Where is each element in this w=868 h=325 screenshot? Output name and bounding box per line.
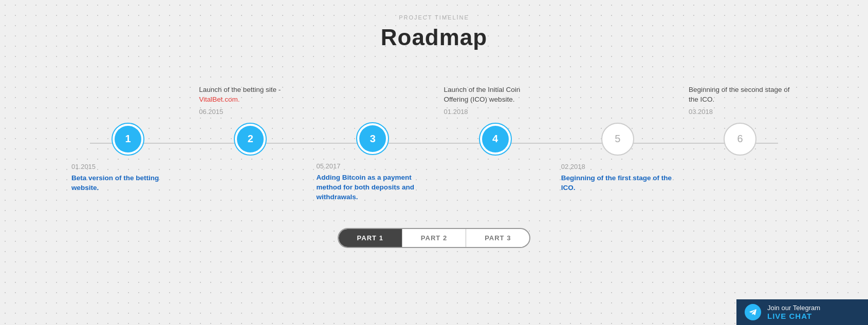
part-btn-group: PART 1 PART 2 PART 3 xyxy=(338,228,531,248)
timeline-node-1: 1 01.2015 Beta version of the betting we… xyxy=(67,77,189,202)
timeline-node-5: 5 02.2018 Beginning of the first stage o… xyxy=(557,77,679,202)
node-2-date-above: 06.2015 xyxy=(199,108,223,116)
telegram-icon xyxy=(745,304,761,320)
node-5-below: 02.2018 Beginning of the first stage of … xyxy=(561,156,674,202)
node-6-desc-above: Beginning of the second stage of the ICO… xyxy=(689,85,791,105)
node-2-below xyxy=(194,156,307,202)
telegram-svg xyxy=(748,308,758,317)
timeline-node-6: Beginning of the second stage of the ICO… xyxy=(679,77,801,202)
node-1-desc: Beta version of the betting website. xyxy=(71,174,184,193)
node-2-desc-above: Launch of the betting site - VitalBet.co… xyxy=(199,85,302,105)
node-1-inner: 1 xyxy=(115,126,141,152)
node-6-inner: 6 xyxy=(727,126,753,152)
node-3-date: 05.2017 xyxy=(316,162,340,170)
node-6-circle-wrapper: 6 xyxy=(724,123,756,156)
part-2-button[interactable]: PART 2 xyxy=(402,229,466,247)
node-4-date-above: 01.2018 xyxy=(444,108,468,116)
timeline-node-4: Launch of the Initial Coin Offering (ICO… xyxy=(434,77,557,202)
page-container: PROJECT TIMELINE Roadmap 1 01.2015 Beta … xyxy=(0,0,868,325)
node-1-circle-wrapper: 1 xyxy=(112,123,144,156)
timeline-node-2: Launch of the betting site - VitalBet.co… xyxy=(189,77,311,202)
part-3-button[interactable]: PART 3 xyxy=(466,229,529,247)
telegram-widget[interactable]: Join our Telegram LIVE CHAT xyxy=(736,299,868,325)
node-3-inner: 3 xyxy=(359,125,386,152)
node-5-above xyxy=(566,77,669,123)
node-4-desc-above: Launch of the Initial Coin Offering (ICO… xyxy=(444,85,547,105)
node-1-above xyxy=(77,77,179,123)
node-1-below: 01.2015 Beta version of the betting webs… xyxy=(71,156,184,202)
node-4-above: Launch of the Initial Coin Offering (ICO… xyxy=(444,77,547,123)
telegram-text: Join our Telegram LIVE CHAT xyxy=(767,304,820,320)
node-2-circle-wrapper: 2 xyxy=(234,123,267,156)
node-1-date: 01.2015 xyxy=(71,163,96,170)
node-4-below xyxy=(439,156,552,202)
node-2-inner: 2 xyxy=(237,126,264,152)
part-1-button[interactable]: PART 1 xyxy=(339,229,402,247)
node-4-inner: 4 xyxy=(482,126,509,152)
node-6-below xyxy=(684,156,797,202)
node-6-outer: 6 xyxy=(724,123,756,156)
part-selector: PART 1 PART 2 PART 3 xyxy=(0,228,868,248)
section-subtitle: PROJECT TIMELINE xyxy=(0,14,868,21)
node-6-date-above: 03.2018 xyxy=(689,108,713,116)
node-2-outer: 2 xyxy=(234,123,267,156)
node-4-circle-wrapper: 4 xyxy=(479,123,512,156)
telegram-live-chat-label: LIVE CHAT xyxy=(767,312,820,320)
node-2-link: VitalBet.com. xyxy=(199,95,239,103)
timeline-nodes: 1 01.2015 Beta version of the betting we… xyxy=(41,76,827,202)
node-5-outer: 5 xyxy=(601,123,634,156)
header: PROJECT TIMELINE Roadmap xyxy=(0,0,868,55)
node-1-outer: 1 xyxy=(112,123,144,156)
node-3-above xyxy=(321,76,424,122)
node-5-circle-wrapper: 5 xyxy=(601,123,634,156)
node-5-inner: 5 xyxy=(604,126,631,152)
node-5-date: 02.2018 xyxy=(561,163,585,170)
node-4-outer: 4 xyxy=(479,123,512,156)
timeline-wrapper: 1 01.2015 Beta version of the betting we… xyxy=(0,76,868,202)
node-5-desc: Beginning of the first stage of the ICO. xyxy=(561,174,674,193)
node-6-above: Beginning of the second stage of the ICO… xyxy=(689,77,791,123)
node-3-below: 05.2017 Adding Bitcoin as a payment meth… xyxy=(316,155,429,202)
node-2-above: Launch of the betting site - VitalBet.co… xyxy=(199,77,302,123)
node-3-outer: 3 xyxy=(356,122,389,155)
node-3-circle-wrapper: 3 xyxy=(356,122,389,155)
telegram-join-label: Join our Telegram xyxy=(767,304,820,312)
timeline-node-3: 3 05.2017 Adding Bitcoin as a payment me… xyxy=(311,76,434,202)
node-3-desc: Adding Bitcoin as a payment method for b… xyxy=(316,173,429,202)
page-title: Roadmap xyxy=(0,25,868,50)
